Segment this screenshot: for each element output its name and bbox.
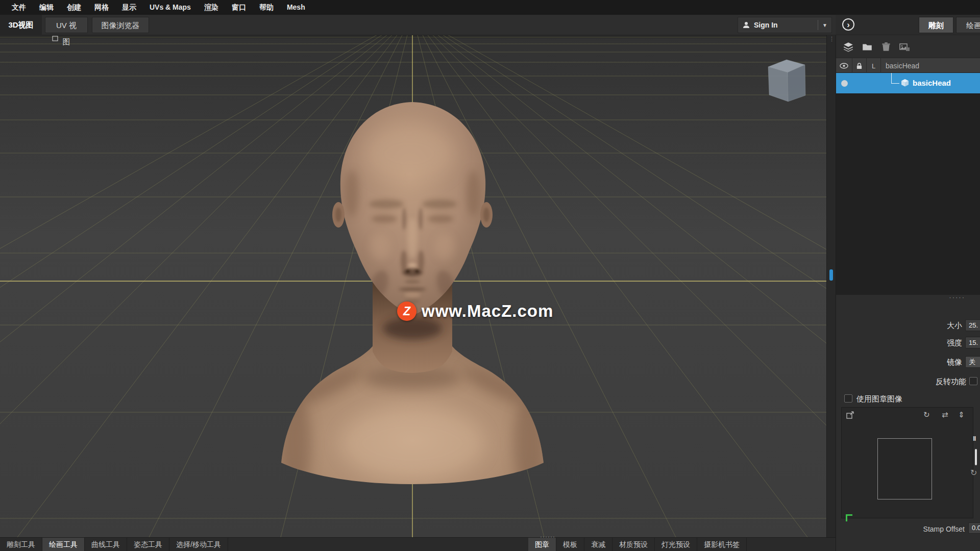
tab-material-presets[interactable]: 材质预设 [612,538,655,551]
edge-rotate-icon[interactable]: ↻ [970,468,977,478]
tab-3d-view[interactable]: 3D视图 [0,15,42,35]
stamp-browser: ↻ ⇄ ⇕ [841,407,973,518]
menu-item-render[interactable]: 渲染 [198,0,225,15]
tab-select-move-tools[interactable]: 选择/移动工具 [169,538,228,551]
tab-pose-tools[interactable]: 姿态工具 [127,538,169,551]
size-label: 大小 [947,319,962,332]
tool-tray-tabs: 雕刻工具 绘画工具 曲线工具 姿态工具 选择/移动工具 [0,538,228,551]
use-stamp-label: 使用图章图像 [856,392,902,406]
size-field[interactable]: 25. [965,319,980,331]
mirror-dropdown[interactable]: 关 [965,356,980,368]
layer-name-header: basicHead [881,58,980,73]
tab-uv-view[interactable]: UV 视图 [45,17,88,33]
lock-icon [856,62,863,70]
scrollbar-thumb[interactable] [829,269,833,281]
head-model[interactable] [281,102,544,489]
l-column-header[interactable]: L [867,58,881,73]
eye-icon [840,63,848,69]
layer-list-empty-area[interactable] [836,93,980,295]
strength-label: 强度 [947,336,962,349]
asset-tray-tabs: 图章 模板 衰减 材质预设 灯光预设 摄影机书签 [528,538,747,551]
lock-column-header[interactable] [852,58,867,73]
tab-stencils[interactable]: 模板 [556,538,584,551]
stamp-offset-field[interactable]: 0.0 [968,522,980,534]
viewport-scrollbar[interactable]: ⋮ [826,35,836,537]
flip-vertical-icon[interactable]: ⇕ [958,410,965,420]
mudbox-app: 文件 编辑 创建 网格 显示 UVs & Maps 渲染 窗口 帮助 Mesh … [0,0,980,551]
menu-item-mesh-cn[interactable]: 网格 [88,0,115,15]
prop-row-strength: 强度 15. [836,336,980,349]
tab-lighting-presets[interactable]: 灯光预设 [655,538,697,551]
menu-bar: 文件 编辑 创建 网格 显示 UVs & Maps 渲染 窗口 帮助 Mesh [0,0,980,15]
menu-item-display[interactable]: 显示 [115,0,143,15]
tab-sculpt[interactable]: 雕刻 [919,17,953,33]
watermark: Z www.MacZ.com [397,302,553,321]
invert-checkbox[interactable] [969,377,977,385]
tab-curve-tools[interactable]: 曲线工具 [85,538,127,551]
mesh-cube-icon [900,78,910,87]
layer-name: basicHead [913,73,951,93]
sign-in-label: Sign In [754,21,818,29]
visibility-dot-icon[interactable] [841,80,848,87]
strength-field[interactable]: 15. [965,337,980,348]
right-panel-header: › 雕刻 绘画 [836,15,980,35]
tab-image-browser[interactable]: 图像浏览器 [92,17,149,33]
macz-logo-icon: Z [397,302,416,321]
tab-paint-tools[interactable]: 绘画工具 [42,538,85,551]
layers-icon[interactable] [843,41,854,53]
stamp-corner-marker [846,514,852,521]
tab-falloffs[interactable]: 衰减 [584,538,612,551]
sign-in-button[interactable]: Sign In ▼ [738,17,832,33]
menu-item-window[interactable]: 窗口 [225,0,253,15]
flip-horizontal-icon[interactable]: ⇄ [942,410,948,420]
layer-toolbar [836,35,980,58]
use-stamp-checkbox[interactable] [844,394,852,403]
watermark-text: www.MacZ.com [422,302,553,321]
layer-row-basichead[interactable]: basicHead [836,73,980,93]
prop-row-invert: 反转功能 [836,375,980,388]
visibility-column-header[interactable] [836,58,852,73]
horizon-band [0,35,826,38]
layer-list-header: L basicHead [836,58,980,73]
panel-splitter[interactable]: ····· [836,295,980,302]
menu-item-create[interactable]: 创建 [60,0,88,15]
tab-sculpt-tools[interactable]: 雕刻工具 [0,538,42,551]
splitter-dots-icon: ····· [949,293,965,301]
menu-item-file[interactable]: 文件 [5,0,33,15]
prop-row-size: 大小 25. [836,319,980,332]
menu-item-mesh[interactable]: Mesh [280,0,312,15]
person-icon [742,21,750,29]
menu-item-edit[interactable]: 编辑 [33,0,60,15]
stamp-export-icon[interactable] [846,410,855,419]
tab-paint[interactable]: 绘画 [956,17,980,33]
prop-row-mirror: 镜像 关 [836,356,980,369]
viewport-3d[interactable]: Z www.MacZ.com [0,35,826,537]
bottom-toolbar: 雕刻工具 绘画工具 曲线工具 姿态工具 选择/移动工具 ······ 图章 模板… [0,537,836,551]
stamp-image-icon[interactable] [899,41,910,53]
invert-label: 反转功能 [936,375,966,388]
scrollbar-handle-dots[interactable]: ⋮ [829,36,835,41]
menu-item-uvs-maps[interactable]: UVs & Maps [143,0,198,15]
folder-icon[interactable] [862,41,873,53]
pause-marks-icon[interactable]: ‖ [973,435,976,442]
tab-camera-bookmarks[interactable]: 摄影机书签 [697,538,747,551]
chevron-down-icon: ▼ [822,22,827,28]
tab-stamps[interactable]: 图章 [528,538,556,551]
divider [818,20,818,30]
stamp-preview-slot[interactable] [877,438,932,499]
stamp-offset-label: Stamp Offset [923,523,965,535]
view-tab-bar: 3D视图 UV 视图 图像浏览器 Sign In ▼ [0,15,836,35]
right-panel: L basicHead basicHead ····· 大小 25. 强度 15… [836,35,980,551]
edge-slider-thumb[interactable] [975,449,977,465]
mirror-label: 镜像 [947,356,962,369]
menu-item-help[interactable]: 帮助 [253,0,280,15]
tree-connector [891,73,899,84]
panel-expand-button[interactable]: › [842,18,854,31]
rotate-icon[interactable]: ↻ [923,410,930,420]
view-cube-gizmo[interactable] [768,60,805,102]
viewport-canvas[interactable] [0,35,826,537]
prop-row-use-stamp: 使用图章图像 [836,392,980,406]
trash-icon[interactable] [880,41,892,53]
expand-arrow-icon: › [847,20,850,30]
